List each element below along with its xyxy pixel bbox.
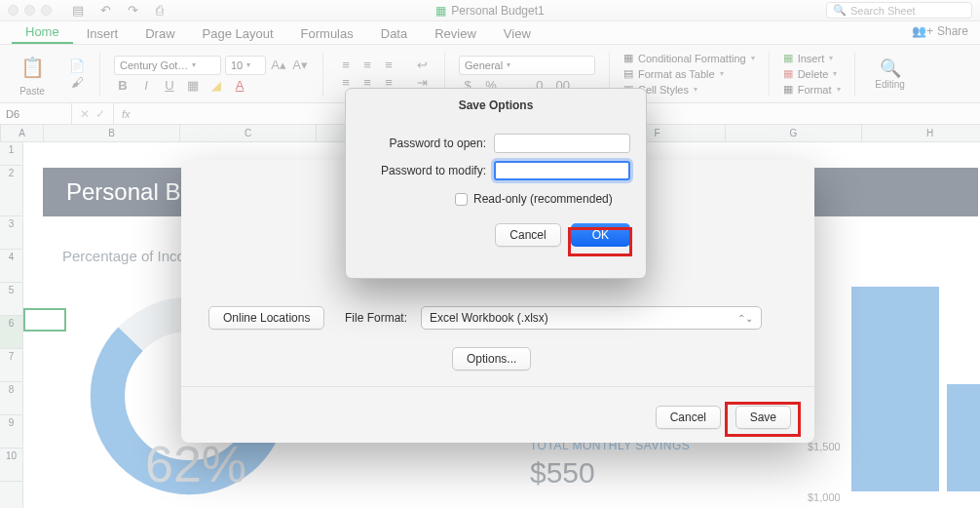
donut-percent: 62% xyxy=(145,435,246,493)
row-4[interactable]: 4 xyxy=(0,250,22,283)
pwd-open-label: Password to open: xyxy=(390,137,486,150)
border-icon[interactable]: ▦ xyxy=(184,78,202,93)
redo-icon[interactable]: ↷ xyxy=(124,3,141,18)
chevron-updown-icon: ⌃⌄ xyxy=(737,313,753,324)
traffic-close[interactable] xyxy=(8,5,19,16)
editing-group[interactable]: 🔍 Editing xyxy=(869,56,912,93)
format-painter-icon[interactable]: 🖌 xyxy=(68,75,86,90)
number-format-combo[interactable]: General▾ xyxy=(459,56,595,75)
traffic-zoom[interactable] xyxy=(41,5,52,16)
insert-cell-icon: ▦ xyxy=(783,52,793,64)
row-8[interactable]: 8 xyxy=(0,382,22,415)
save-dialog-cancel-button[interactable]: Cancel xyxy=(656,406,721,429)
tab-draw[interactable]: Draw xyxy=(132,22,188,44)
tab-insert[interactable]: Insert xyxy=(73,22,132,44)
save-dialog-save-button[interactable]: Save xyxy=(735,406,791,429)
tab-home[interactable]: Home xyxy=(12,20,73,44)
find-icon: 🔍 xyxy=(880,58,901,79)
cond-fmt-icon: ▦ xyxy=(623,52,633,64)
chart-axis-1000: $1,000 xyxy=(808,491,841,503)
font-color-icon[interactable]: A xyxy=(231,78,248,93)
cancel-edit-icon[interactable]: ✕ xyxy=(80,107,90,121)
selected-cell-outline xyxy=(23,308,66,332)
conditional-formatting-button[interactable]: ▦Conditional Formatting▾ xyxy=(623,51,755,65)
align-bot-icon[interactable]: ≡ xyxy=(380,58,397,72)
subheading: Percentage of Inco xyxy=(62,248,185,264)
paste-label: Paste xyxy=(19,86,45,97)
ribbon-tabs: Home Insert Draw Page Layout Formulas Da… xyxy=(0,21,980,45)
col-C[interactable]: C xyxy=(180,125,317,141)
row-9[interactable]: 9 xyxy=(0,415,22,449)
traffic-min[interactable] xyxy=(24,5,35,16)
share-button[interactable]: 👥+ Share xyxy=(912,24,968,38)
share-label: Share xyxy=(937,24,968,38)
tab-formulas[interactable]: Formulas xyxy=(287,22,367,44)
readonly-checkbox[interactable] xyxy=(455,193,468,206)
bold-icon[interactable]: B xyxy=(114,78,132,93)
doc-icon: ▦ xyxy=(435,4,446,18)
italic-icon[interactable]: I xyxy=(137,78,155,93)
tab-view[interactable]: View xyxy=(490,22,545,44)
wrap-text-icon[interactable]: ↩ xyxy=(413,58,431,72)
file-format-label: File Format: xyxy=(345,311,407,325)
grow-font-icon[interactable]: A▴ xyxy=(270,58,287,72)
online-locations-button[interactable]: Online Locations xyxy=(208,306,324,330)
total-savings-value: $550 xyxy=(530,456,595,489)
cells-format-button[interactable]: ▦Format▾ xyxy=(783,82,841,97)
save-options-dialog: Save Options Password to open: Password … xyxy=(345,88,647,279)
undo-icon[interactable]: ↶ xyxy=(96,3,114,18)
save-icon[interactable]: ▤ xyxy=(69,3,87,18)
col-A[interactable]: A xyxy=(1,125,44,141)
underline-icon[interactable]: U xyxy=(161,78,178,93)
format-cell-icon: ▦ xyxy=(783,83,793,96)
align-top-icon[interactable]: ≡ xyxy=(337,58,355,72)
row-3[interactable]: 3 xyxy=(0,216,22,250)
password-modify-input[interactable] xyxy=(494,161,630,180)
col-H[interactable]: H xyxy=(862,125,980,141)
window-titlebar: ▤ ↶ ↷ ⎙ ▦ Personal Budget1 🔍 Search Shee… xyxy=(0,0,980,21)
row-6[interactable]: 6 xyxy=(0,316,22,349)
row-10[interactable]: 10 xyxy=(0,449,22,482)
cells-insert-button[interactable]: ▦Insert▾ xyxy=(783,51,841,65)
password-open-input[interactable] xyxy=(494,134,630,153)
row-headers: 1 2 3 4 5 6 7 8 9 10 xyxy=(0,142,23,508)
name-box[interactable]: D6 xyxy=(0,103,72,124)
editing-label: Editing xyxy=(875,79,905,90)
col-B[interactable]: B xyxy=(44,125,180,141)
search-icon: 🔍 xyxy=(833,4,847,17)
bar-2 xyxy=(947,384,980,491)
bar-1 xyxy=(851,287,939,491)
delete-cell-icon: ▦ xyxy=(783,67,793,80)
options-button[interactable]: Options... xyxy=(452,347,531,371)
readonly-label: Read-only (recommended) xyxy=(473,192,613,206)
search-sheet-input[interactable]: 🔍 Search Sheet xyxy=(826,2,972,19)
search-placeholder: Search Sheet xyxy=(850,5,916,17)
file-format-combo[interactable]: Excel Workbook (.xlsx) ⌃⌄ xyxy=(421,306,762,330)
paste-icon[interactable]: 📋 xyxy=(16,51,49,84)
row-7[interactable]: 7 xyxy=(0,349,22,382)
row-5[interactable]: 5 xyxy=(0,283,22,316)
font-name-combo[interactable]: Century Got…▾ xyxy=(114,56,221,75)
font-size-combo[interactable]: 10▾ xyxy=(225,56,266,75)
save-options-cancel-button[interactable]: Cancel xyxy=(495,223,560,247)
fill-color-icon[interactable]: ◢ xyxy=(207,78,225,93)
row-2[interactable]: 2 xyxy=(0,166,22,216)
doc-title: Personal Budget1 xyxy=(451,4,544,18)
cells-delete-button[interactable]: ▦Delete▾ xyxy=(783,66,841,81)
tab-page-layout[interactable]: Page Layout xyxy=(189,22,287,44)
row-1[interactable]: 1 xyxy=(0,142,22,166)
shrink-font-icon[interactable]: A▾ xyxy=(291,58,309,72)
tab-data[interactable]: Data xyxy=(367,22,421,44)
col-G[interactable]: G xyxy=(726,125,862,141)
print-icon[interactable]: ⎙ xyxy=(151,3,169,18)
tab-review[interactable]: Review xyxy=(421,22,490,44)
align-mid-icon[interactable]: ≡ xyxy=(358,58,376,72)
chart-axis-1500: $1,500 xyxy=(808,441,841,452)
fmt-table-icon: ▤ xyxy=(623,67,633,80)
fx-icon[interactable]: fx xyxy=(114,108,138,120)
share-icon: 👥+ xyxy=(912,24,933,38)
format-as-table-button[interactable]: ▤Format as Table▾ xyxy=(623,66,755,81)
confirm-edit-icon[interactable]: ✓ xyxy=(95,107,105,121)
save-options-ok-button[interactable]: OK xyxy=(571,223,630,247)
copy-icon[interactable]: 📄 xyxy=(68,59,86,73)
